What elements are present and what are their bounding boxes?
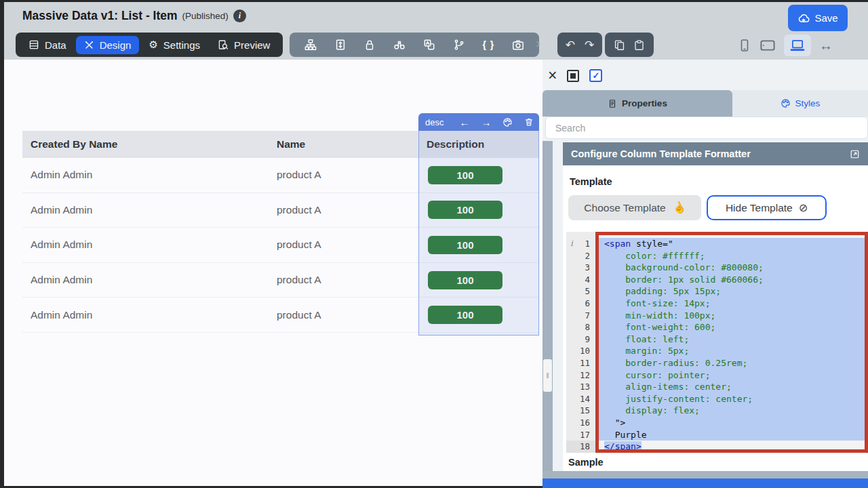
copy-icon[interactable] xyxy=(614,39,625,51)
gear-icon: ⚙ xyxy=(149,39,157,51)
paste-icon[interactable] xyxy=(633,39,645,51)
code-line[interactable]: </span> xyxy=(604,441,865,453)
save-button[interactable]: Save xyxy=(788,5,848,31)
table-row[interactable]: Admin Adminproduct A100 xyxy=(22,193,539,228)
code-line[interactable]: display: flex; xyxy=(599,405,865,417)
data-table-component[interactable]: Created By Name Name Description Admin A… xyxy=(22,131,539,333)
nav-tab-settings[interactable]: ⚙Settings xyxy=(140,35,208,54)
cell-description: 100 xyxy=(418,306,539,324)
column-header-created-by[interactable]: Created By Name xyxy=(22,138,269,150)
move-column-left-icon[interactable]: ← xyxy=(459,117,469,128)
column-header-description[interactable]: Description xyxy=(418,138,539,150)
panel-scroll-handle[interactable]: ‖ xyxy=(543,359,552,392)
nav-tab-preview[interactable]: Preview xyxy=(210,36,278,54)
editor-code-area[interactable]: <span style=" color: #ffffff; background… xyxy=(595,232,868,453)
description-badge[interactable]: 100 xyxy=(428,236,502,254)
code-line[interactable]: font-size: 14px; xyxy=(599,298,865,310)
code-line[interactable]: float: left; xyxy=(599,333,865,346)
tab-properties[interactable]: Properties xyxy=(542,90,732,117)
cell-created-by: Admin Admin xyxy=(22,309,269,321)
line-number: 6 xyxy=(566,298,595,310)
line-number: 15 xyxy=(566,405,595,417)
phone-preview-icon[interactable] xyxy=(738,39,751,52)
configure-formatter-title: Configure Column Template Formatter xyxy=(571,148,751,159)
selection-checkbox[interactable]: ✓ xyxy=(589,69,602,82)
description-badge[interactable]: 100 xyxy=(428,271,502,289)
code-line[interactable]: justify-content: center; xyxy=(599,393,865,405)
delete-column-trash-icon[interactable] xyxy=(524,117,534,127)
binoculars-icon[interactable] xyxy=(391,36,408,54)
template-code-editor[interactable]: i 123456789101112131415161718 <span styl… xyxy=(563,232,868,453)
sample-preview-bar xyxy=(542,479,868,488)
nav-tab-data[interactable]: Data xyxy=(20,36,75,54)
code-line[interactable]: Purple xyxy=(599,429,865,441)
code-line[interactable]: cursor: pointer; xyxy=(599,369,865,382)
code-line[interactable]: border: 1px solid #660066; xyxy=(599,274,865,286)
code-line[interactable]: align-items: center; xyxy=(599,381,865,393)
tab-styles[interactable]: Styles xyxy=(732,90,868,117)
line-number: 16 xyxy=(566,417,595,429)
laptop-preview-icon[interactable] xyxy=(784,35,811,56)
code-line[interactable]: "> xyxy=(599,417,865,429)
expand-icon[interactable] xyxy=(850,149,860,159)
panel-scrollbar[interactable]: ‖ xyxy=(542,141,553,478)
close-panel-icon[interactable]: × xyxy=(548,68,557,83)
nav-tab-design[interactable]: Design xyxy=(76,36,140,54)
device-preview-group: ↔ xyxy=(738,33,833,58)
table-row[interactable]: Admin Adminproduct A100 xyxy=(22,263,539,298)
info-icon[interactable]: i xyxy=(233,9,246,22)
choose-template-button[interactable]: Choose Template ☝ xyxy=(568,195,701,220)
cell-created-by: Admin Admin xyxy=(22,169,269,181)
table-row[interactable]: Admin Adminproduct A100 xyxy=(22,158,539,193)
history-group: ↶ ↷ xyxy=(557,33,602,57)
code-line[interactable]: background-color: #800080; xyxy=(599,262,865,274)
data-table-icon xyxy=(28,39,39,50)
line-number: 2 xyxy=(566,250,595,262)
description-badge[interactable]: 100 xyxy=(428,166,502,184)
branch-icon[interactable] xyxy=(450,36,468,54)
code-line[interactable]: border-radius: 0.25rem; xyxy=(599,357,865,369)
undo-icon[interactable]: ↶ xyxy=(566,38,575,52)
cell-name: product A xyxy=(269,309,418,321)
move-column-right-icon[interactable]: → xyxy=(481,117,491,128)
column-header-name[interactable]: Name xyxy=(269,138,418,150)
code-line[interactable]: color: #ffffff; xyxy=(599,250,865,262)
chevron-right-icon[interactable]: › xyxy=(536,35,540,51)
code-line[interactable]: <span style=" xyxy=(599,238,865,250)
table-row[interactable]: Admin Adminproduct A100 xyxy=(22,298,539,333)
save-label: Save xyxy=(814,12,837,24)
description-badge[interactable]: 100 xyxy=(428,306,502,324)
line-number: 3 xyxy=(566,262,595,274)
cell-description: 100 xyxy=(418,236,539,254)
lock-icon[interactable] xyxy=(361,36,378,54)
table-row[interactable]: Admin Adminproduct A100 xyxy=(22,228,539,263)
full-width-icon[interactable]: ↔ xyxy=(819,38,833,54)
hand-pointer-icon: ☝ xyxy=(670,199,688,217)
popout-window-icon[interactable] xyxy=(567,70,579,82)
description-badge[interactable]: 100 xyxy=(428,201,502,219)
published-badge: (Published) xyxy=(182,11,229,21)
search-input[interactable] xyxy=(545,117,868,139)
title-row: Massive Data v1: List - Item (Published)… xyxy=(22,9,246,23)
line-number: 4 xyxy=(566,274,595,286)
translate-icon[interactable] xyxy=(420,36,438,54)
document-icon xyxy=(608,99,617,108)
line-number: 7 xyxy=(566,310,595,322)
redo-icon[interactable]: ↷ xyxy=(585,38,594,52)
braces-icon[interactable]: { } xyxy=(479,36,497,54)
panel-icon-row: × ✓ xyxy=(548,68,602,83)
line-number: 13 xyxy=(566,381,595,393)
code-line[interactable]: margin: 5px; xyxy=(599,345,865,357)
number-input-icon[interactable] xyxy=(332,36,349,54)
camera-icon[interactable] xyxy=(509,36,527,54)
hide-template-button[interactable]: Hide Template ⊘ xyxy=(707,195,827,220)
code-line[interactable]: font-weight: 600; xyxy=(599,321,865,333)
column-style-palette-icon[interactable] xyxy=(502,117,513,127)
main-nav-tabs: DataDesign⚙SettingsPreview xyxy=(16,33,283,57)
tablet-preview-icon[interactable] xyxy=(760,37,776,54)
code-line[interactable]: padding: 5px 15px; xyxy=(599,285,865,298)
hierarchy-icon[interactable] xyxy=(302,36,319,54)
design-canvas: Created By Name Name Description Admin A… xyxy=(4,60,542,486)
editor-info-icon[interactable]: i xyxy=(570,238,573,250)
code-line[interactable]: min-width: 100px; xyxy=(599,310,865,322)
